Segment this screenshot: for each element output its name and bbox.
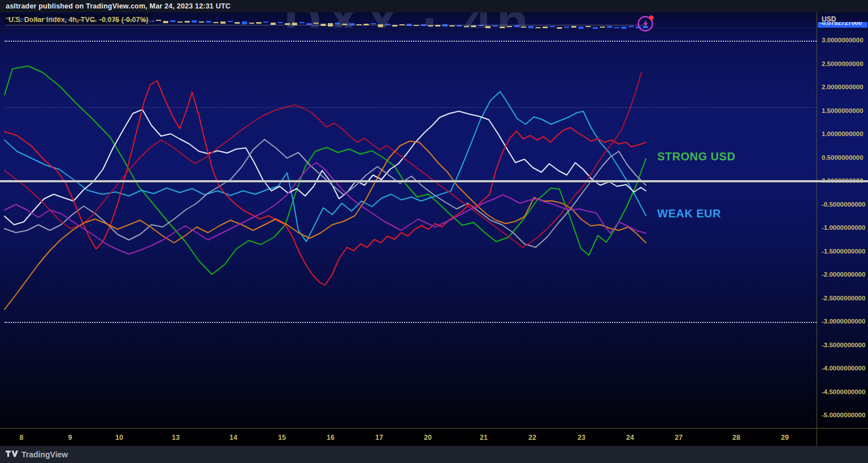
candle: [521, 27, 526, 28]
price-tick-label: 1.5000000000: [822, 107, 863, 114]
candle: [249, 23, 254, 24]
candle: [213, 22, 218, 23]
time-tick-label: 28: [732, 434, 740, 442]
candle: [156, 20, 161, 21]
time-tick-label: 24: [626, 434, 634, 442]
price-tick-label: -4.5000000000: [822, 388, 865, 395]
tradingview-published-chart: asltrader published on TradingView.com, …: [0, 0, 868, 463]
price-tick-label: -3.5000000000: [822, 342, 865, 348]
candle: [514, 25, 519, 27]
candle: [579, 27, 584, 29]
candle: [335, 23, 340, 24]
candle: [228, 21, 233, 22]
footer-brand-text[interactable]: TradingView: [21, 450, 68, 459]
chart-plot-area[interactable]: DXY · 4h U.S. Dollar Index, 4h, TVC -0.0…: [0, 12, 868, 446]
price-tick-label: -0.5000000000: [822, 201, 865, 208]
candle: [263, 21, 268, 23]
candle: [170, 20, 175, 22]
candle: [450, 25, 455, 27]
candle: [528, 26, 533, 28]
time-tick-label: 27: [675, 434, 683, 442]
series-cyan-weak-eur-line: [5, 91, 646, 242]
time-tick-label: 14: [229, 434, 237, 442]
candle: [507, 26, 512, 27]
publish-info-text: asltrader published on TradingView.com, …: [6, 2, 231, 10]
price-tick-label: -5.0000000000: [822, 412, 865, 418]
candle: [314, 23, 319, 24]
candle: [628, 26, 633, 27]
series-canvas[interactable]: [0, 12, 868, 446]
time-tick-label: 21: [480, 434, 488, 442]
candle: [242, 21, 247, 24]
time-tick-label: 16: [327, 434, 335, 442]
price-tick-label: 0.5000000000: [822, 154, 863, 161]
time-tick-label: 15: [278, 434, 286, 442]
dotted-reference-line: [5, 41, 817, 42]
time-tick-label: 17: [375, 434, 383, 442]
candle: [542, 27, 548, 28]
price-tick-label: -3.0000000000: [822, 318, 865, 325]
price-tick-label: -2.5000000000: [822, 295, 865, 302]
zero-reference-line: [0, 180, 868, 182]
candle: [614, 27, 619, 28]
candle: [278, 22, 283, 23]
legend-symbol-title: U.S. Dollar Index, 4h, TVC: [8, 16, 95, 24]
candle: [600, 27, 605, 28]
candle: [536, 27, 541, 28]
time-tick-label: 10: [115, 434, 123, 442]
annotation-strong-usd: STRONG USD: [657, 150, 735, 163]
price-tick-label: -4.0000000000: [822, 365, 865, 372]
price-tick-label: 2.5000000000: [822, 60, 863, 67]
annotation-weak-eur: WEAK EUR: [657, 207, 721, 220]
candle: [500, 27, 505, 28]
red-badge-dot: [649, 15, 653, 20]
candle: [593, 27, 598, 29]
candle: [471, 25, 476, 27]
axis-corner-border: [817, 429, 817, 447]
price-tick-label: -1.0000000000: [822, 224, 865, 231]
time-tick-label: 22: [528, 434, 536, 442]
candle: [177, 21, 183, 23]
series-purple-line: [5, 163, 646, 254]
price-tick-label: -1.5000000000: [822, 248, 865, 255]
candle: [493, 25, 498, 27]
time-tick-label: 9: [68, 434, 72, 442]
candle: [235, 22, 240, 24]
price-tick-label: 1.0000000000: [822, 130, 863, 137]
candle: [206, 21, 211, 23]
candle: [220, 21, 225, 24]
candle-strip-dotted-baseline: [6, 25, 646, 25]
candle: [428, 25, 433, 27]
candle: [485, 26, 491, 28]
candle: [185, 21, 190, 23]
candle: [371, 23, 376, 24]
publish-header: asltrader published on TradingView.com, …: [0, 0, 868, 12]
price-tick-label: 2.0000000000: [822, 84, 863, 90]
legend-change-value: -0.075 (-0.07%): [99, 16, 149, 24]
candle: [256, 22, 261, 24]
candle: [550, 26, 555, 27]
candle: [199, 21, 204, 23]
candle: [585, 26, 591, 27]
candle: [564, 27, 569, 28]
candle: [607, 26, 612, 28]
series-red-line: [5, 81, 646, 285]
candle: [571, 26, 576, 28]
candle: [464, 26, 469, 27]
tradingview-logo-icon[interactable]: [6, 451, 18, 459]
price-tick-label: 3.0000000000: [822, 37, 863, 43]
candle: [163, 21, 168, 23]
time-tick-label: 23: [578, 434, 585, 442]
candle: [192, 20, 197, 23]
price-axis[interactable]: USD -0.0752727000 3.00000000002.50000000…: [817, 12, 868, 428]
symbol-legend[interactable]: U.S. Dollar Index, 4h, TVC -0.075 (-0.07…: [5, 15, 153, 25]
candle: [622, 27, 627, 29]
footer-bar: TradingView: [0, 446, 868, 463]
time-tick-label: 29: [781, 434, 789, 442]
time-tick-label: 13: [172, 434, 180, 442]
flash-icon[interactable]: [636, 14, 656, 33]
time-tick-label: 8: [20, 434, 24, 442]
time-axis[interactable]: 891013141516172021222324272829: [0, 428, 868, 447]
candle: [557, 27, 562, 29]
price-tick-label: -2.0000000000: [822, 271, 865, 278]
